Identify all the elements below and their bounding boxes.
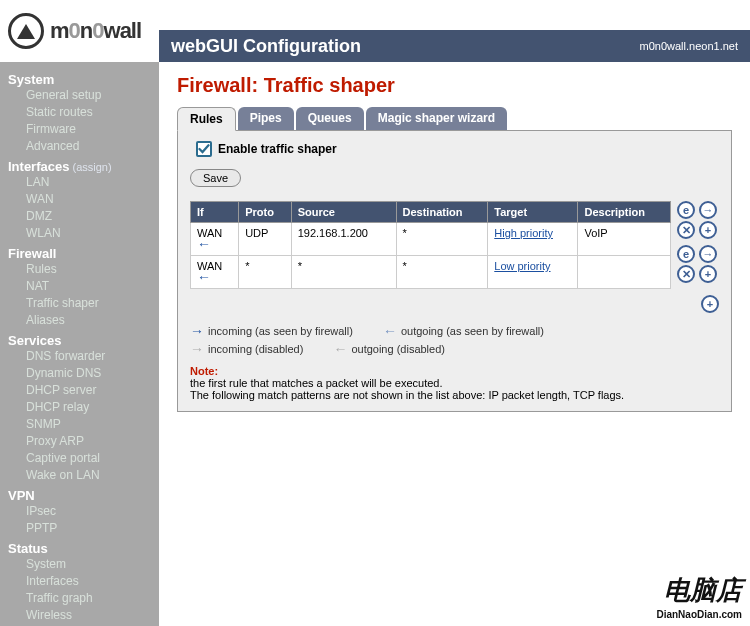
watermark-sub: DianNaoDian.com [656, 609, 742, 620]
tab-pipes[interactable]: Pipes [238, 107, 294, 130]
arrow-in-disabled-icon: → [190, 341, 204, 357]
enable-shaper-label: Enable traffic shaper [218, 142, 337, 156]
page-title: Firewall: Traffic shaper [177, 74, 732, 97]
nav-heading: VPN [8, 488, 159, 503]
nav-heading: Status [8, 541, 159, 556]
sidebar-item[interactable]: Advanced [8, 138, 159, 155]
header: webGUI Configuration m0n0wall.neon1.net [159, 30, 750, 62]
sidebar-item[interactable]: Wireless [8, 607, 159, 624]
legend: →incoming (as seen by firewall) ←outgoin… [190, 323, 719, 357]
move-rule-button[interactable]: → [699, 245, 717, 263]
header-title: webGUI Configuration [171, 36, 361, 57]
sidebar-item[interactable]: Traffic graph [8, 590, 159, 607]
logo: m0n0wall [0, 0, 159, 62]
delete-rule-button[interactable]: ✕ [677, 221, 695, 239]
sidebar-item[interactable]: DHCP server [8, 382, 159, 399]
sidebar-item[interactable]: Wake on LAN [8, 467, 159, 484]
sidebar-item[interactable]: WAN [8, 191, 159, 208]
tab-rules[interactable]: Rules [177, 107, 236, 131]
sidebar-item[interactable]: Traffic shaper [8, 295, 159, 312]
sidebar-item[interactable]: NAT [8, 278, 159, 295]
col-header: Proto [239, 202, 292, 223]
nav-heading: System [8, 72, 159, 87]
edit-rule-button[interactable]: e [677, 201, 695, 219]
sidebar-item[interactable]: Proxy ARP [8, 433, 159, 450]
sidebar-item[interactable]: DNS forwarder [8, 348, 159, 365]
sidebar-item[interactable]: Rules [8, 261, 159, 278]
add-rule-button[interactable]: + [699, 221, 717, 239]
rules-table: IfProtoSourceDestinationTargetDescriptio… [190, 201, 671, 289]
sidebar-item[interactable]: DMZ [8, 208, 159, 225]
table-row: WAN←***Low priority [191, 256, 671, 289]
direction-icon: ← [197, 236, 211, 252]
table-row: WAN←UDP192.168.1.200*High priorityVoIP [191, 223, 671, 256]
col-header: Destination [396, 202, 488, 223]
sidebar: SystemGeneral setupStatic routesFirmware… [0, 62, 159, 626]
arrow-out-icon: ← [383, 323, 397, 339]
col-header: Source [291, 202, 396, 223]
sidebar-item[interactable]: WLAN [8, 225, 159, 242]
tab-magic-shaper-wizard[interactable]: Magic shaper wizard [366, 107, 507, 130]
save-button[interactable]: Save [190, 169, 241, 187]
tab-panel-rules: Enable traffic shaper Save IfProtoSource… [177, 131, 732, 412]
sidebar-item[interactable]: Static routes [8, 104, 159, 121]
assign-link[interactable]: (assign) [69, 161, 111, 173]
hostname: m0n0wall.neon1.net [640, 40, 738, 52]
arrow-out-disabled-icon: ← [333, 341, 347, 357]
sidebar-item[interactable]: Firmware [8, 121, 159, 138]
sidebar-item[interactable]: System [8, 556, 159, 573]
nav-heading: Interfaces (assign) [8, 159, 159, 174]
tab-queues[interactable]: Queues [296, 107, 364, 130]
arrow-in-icon: → [190, 323, 204, 339]
delete-rule-button[interactable]: ✕ [677, 265, 695, 283]
col-header: Description [578, 202, 671, 223]
tabs: RulesPipesQueuesMagic shaper wizard [177, 107, 732, 131]
add-rule-button[interactable]: + [699, 265, 717, 283]
logo-icon [8, 13, 44, 49]
target-link[interactable]: High priority [494, 227, 553, 239]
sidebar-item[interactable]: LAN [8, 174, 159, 191]
sidebar-item[interactable]: IPsec [8, 503, 159, 520]
sidebar-item[interactable]: PPTP [8, 520, 159, 537]
sidebar-item[interactable]: Dynamic DNS [8, 365, 159, 382]
col-header: Target [488, 202, 578, 223]
col-header: If [191, 202, 239, 223]
sidebar-item[interactable]: Captive portal [8, 450, 159, 467]
sidebar-item[interactable]: SNMP [8, 416, 159, 433]
sidebar-item[interactable]: Aliases [8, 312, 159, 329]
sidebar-item[interactable]: DHCP relay [8, 399, 159, 416]
direction-icon: ← [197, 269, 211, 285]
target-link[interactable]: Low priority [494, 260, 550, 272]
brand-name: m0n0wall [50, 18, 141, 44]
sidebar-item[interactable]: General setup [8, 87, 159, 104]
nav-heading: Services [8, 333, 159, 348]
note: Note: the first rule that matches a pack… [190, 365, 719, 401]
add-rule-button[interactable]: + [701, 295, 719, 313]
nav-heading: Firewall [8, 246, 159, 261]
move-rule-button[interactable]: → [699, 201, 717, 219]
enable-shaper-checkbox[interactable] [196, 141, 212, 157]
main-content: Firewall: Traffic shaper RulesPipesQueue… [159, 62, 750, 626]
sidebar-item[interactable]: Interfaces [8, 573, 159, 590]
edit-rule-button[interactable]: e [677, 245, 695, 263]
